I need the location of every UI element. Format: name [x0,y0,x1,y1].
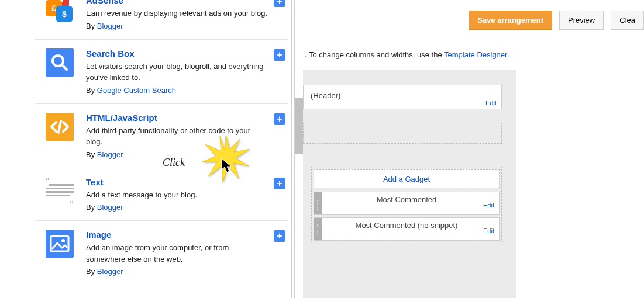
gadget-desc: Add a text message to your blog. [86,189,268,201]
gadget-author-link[interactable]: Blogger [97,203,123,212]
add-gadget-button[interactable]: + [274,230,285,242]
template-designer-link[interactable]: Template Designer [444,50,507,59]
gadget-desc: Add third-party functionality or other c… [86,125,268,148]
gadget-item-htmljs[interactable]: HTML/JavaScript Add third-party function… [35,103,288,168]
gadget-body: Image Add an image from your computer, o… [86,230,285,276]
gadget-item-searchbox[interactable]: Search Box Let visitors search your blog… [35,39,288,103]
text-icon: “ ” [46,177,74,205]
gadget-title[interactable]: Search Box [86,48,268,58]
svg-line-1 [62,65,67,70]
gadget-author-link[interactable]: Blogger [97,22,123,30]
gadget-item-adsense[interactable]: ¥ £ $ AdSense Earn revenue by displaying… [35,0,288,39]
gadget-body: Text Add a text message to your blog. By… [86,177,285,212]
add-gadget-button[interactable]: + [274,178,285,189]
layout-widget-most-commented-no-snippet[interactable]: Most Commented (no snippet) Edit [314,217,500,241]
add-gadget-button[interactable]: + [274,0,285,7]
layout-toolbar: Save arrangement Preview Clea [469,11,644,30]
layout-widget-title: Most Commented [377,195,437,204]
edit-link[interactable]: Edit [485,99,497,106]
svg-rect-3 [51,236,68,251]
svg-line-2 [58,121,61,133]
gadget-byline: By Google Custom Search [86,86,268,95]
layout-info-text: . To change columns and widths, use the … [305,50,509,59]
gadget-list: ¥ £ $ AdSense Earn revenue by displaying… [35,0,288,298]
preview-button[interactable]: Preview [559,11,604,30]
layout-editor: Save arrangement Preview Clea . To chang… [303,0,644,298]
gadget-desc: Add an image from your computer, or from… [86,242,268,265]
layout-widget-title: Most Commented (no snippet) [356,221,458,230]
code-icon [46,113,74,141]
drag-handle[interactable] [314,192,322,214]
header-widget-label: (Header) [311,91,340,100]
gadget-desc: Earn revenue by displaying relevant ads … [86,8,268,19]
gadget-title[interactable]: AdSense [86,0,268,5]
clear-button[interactable]: Clea [611,11,644,30]
gadget-item-image[interactable]: Image Add an image from your computer, o… [35,220,288,285]
header-widget[interactable]: (Header) Edit [303,85,502,109]
svg-point-4 [61,239,65,242]
gadget-title[interactable]: Image [86,230,268,240]
gadget-desc: Let visitors search your blog, blogroll,… [86,61,268,84]
add-a-gadget-link[interactable]: Add a Gadget [314,169,500,188]
empty-layout-slot[interactable] [303,123,502,144]
edit-link[interactable]: Edit [483,223,494,238]
gadget-author-link[interactable]: Google Custom Search [97,86,176,95]
add-gadget-button[interactable]: + [274,49,285,61]
drag-handle[interactable] [314,218,322,240]
gadget-author-link[interactable]: Blogger [97,150,123,159]
gadget-author-link[interactable]: Blogger [97,267,123,276]
save-arrangement-button[interactable]: Save arrangement [469,11,552,30]
add-gadget-button[interactable]: + [274,113,285,125]
click-annotation-label: Click [163,157,185,169]
gadget-body: Search Box Let visitors search your blog… [86,48,285,95]
edit-link[interactable]: Edit [483,197,494,213]
adsense-icon: ¥ £ $ [46,0,74,23]
layout-widget-most-commented[interactable]: Most Commented Edit [314,192,500,215]
search-icon [46,48,74,77]
gadget-drop-area: Add a Gadget Most Commented Edit Most Co… [311,167,502,242]
layout-canvas: (Header) Edit Add a Gadget Most Commente… [303,70,516,298]
gadget-body: HTML/JavaScript Add third-party function… [86,113,285,159]
gadget-byline: By Blogger [86,22,268,30]
image-icon [46,230,74,258]
gadget-byline: By Blogger [86,267,268,276]
gadget-title[interactable]: HTML/JavaScript [86,113,268,123]
gadget-body: AdSense Earn revenue by displaying relev… [86,0,285,30]
gadget-item-text[interactable]: “ ” Text Add a text message to your blog… [35,168,288,221]
gadget-title[interactable]: Text [86,177,268,187]
scrollbar-thumb[interactable] [295,98,303,154]
gadget-byline: By Blogger [86,203,268,212]
